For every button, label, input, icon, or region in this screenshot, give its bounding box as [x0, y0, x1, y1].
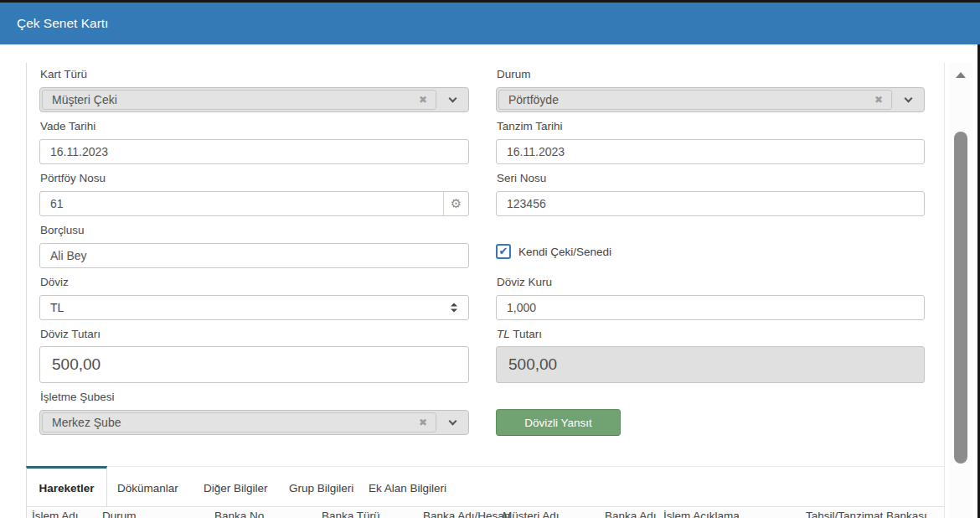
grid-col-durum[interactable]: Durum	[102, 510, 137, 518]
doviz-select[interactable]: TL	[39, 295, 469, 320]
chevron-down-icon[interactable]	[449, 417, 457, 426]
checkbox-box[interactable]: ✔	[496, 244, 511, 259]
kart-turu-label: Kart Türü	[40, 68, 87, 80]
doviz-label: Döviz	[40, 276, 69, 288]
borclusu-input[interactable]	[39, 243, 469, 268]
app-header-bar: Çek Senet Kartı	[0, 3, 980, 44]
tab-hareketler[interactable]: Hareketler	[26, 466, 107, 507]
vade-tarihi-label: Vade Tarihi	[40, 120, 95, 132]
spinner-down-arrow	[451, 309, 457, 313]
isletme-subesi-label: İşletme Şubesi	[40, 391, 115, 403]
kart-turu-combobox-inner: Müşteri Çeki ✖	[42, 90, 436, 110]
cek-senet-karti-window: Çek Senet Kartı Kart Türü Müşteri Çeki ✖…	[0, 0, 980, 518]
grid-col-islem-adi[interactable]: İşlem Adı	[32, 510, 79, 518]
tanzim-tarihi-label: Tanzim Tarihi	[497, 120, 563, 132]
durum-value: Pörtföyde	[499, 93, 891, 106]
grid-col-islem-aciklama[interactable]: İşlem Açıklama	[663, 510, 740, 518]
doviz-value: TL	[50, 301, 64, 314]
doviz-tutari-label: Döviz Tutarı	[40, 328, 101, 340]
doviz-kuru-input[interactable]	[496, 295, 925, 320]
tl-tutari-label: TL Tutarı	[497, 328, 542, 340]
checkmark-icon: ✔	[499, 246, 508, 256]
grid-col-banka-no[interactable]: Banka No	[214, 510, 264, 518]
grid-col-banka-turu[interactable]: Banka Türü	[322, 510, 380, 518]
durum-combobox-inner: Pörtföyde ✖	[498, 90, 892, 110]
select-spinner-icon	[451, 303, 457, 313]
dovizli-yansit-button[interactable]: Dövizli Yansıt	[496, 409, 621, 436]
seri-nosu-input[interactable]	[496, 191, 925, 216]
tl-tutari-input	[496, 346, 925, 383]
tabstrip-bottom-border	[27, 506, 944, 507]
scrollbar-up-arrow-icon[interactable]	[956, 72, 966, 78]
kart-turu-value: Müşteri Çeki	[43, 93, 436, 106]
clear-icon[interactable]: ✖	[419, 95, 427, 105]
gear-icon[interactable]: ⚙	[443, 192, 468, 215]
tab-diger-bilgiler[interactable]: Diğer Bilgiler	[204, 482, 268, 495]
tab-dokumanlar[interactable]: Dökümanlar	[117, 482, 178, 495]
clear-icon[interactable]: ✖	[419, 417, 427, 427]
isletme-subesi-combobox-inner: Merkez Şube ✖	[42, 412, 436, 433]
isletme-subesi-value: Merkez Şube	[43, 416, 436, 429]
panel-right-border	[944, 63, 945, 518]
grid-col-banka-adi[interactable]: Banka Adı	[605, 510, 657, 518]
isletme-subesi-combobox[interactable]: Merkez Şube ✖	[39, 410, 469, 435]
borclusu-label: Borçlusu	[40, 224, 85, 236]
kart-turu-combobox[interactable]: Müşteri Çeki ✖	[39, 87, 469, 112]
chevron-down-icon[interactable]	[905, 95, 913, 103]
tab-grup-bilgileri[interactable]: Grup Bilgileri	[289, 482, 353, 495]
grid-col-banka-adi-hesap[interactable]: Banka Adı/Hesap	[423, 510, 510, 518]
grid-col-tahsil-tanzimat-bankasi[interactable]: Tahsil/Tanzimat Bankası	[806, 510, 927, 518]
grid-col-musteri-adi[interactable]: Müşteri Adı	[503, 510, 560, 518]
portfoy-nosu-field: ⚙	[39, 191, 469, 216]
tabstrip-top-border	[27, 466, 944, 467]
tab-hareketler-label: Hareketler	[39, 482, 94, 495]
tl-currency-text: TL	[497, 328, 510, 340]
panel-left-border	[26, 63, 27, 518]
chevron-down-icon[interactable]	[449, 95, 457, 103]
seri-nosu-label: Seri Nosu	[497, 172, 546, 184]
tanzim-tarihi-input[interactable]	[496, 139, 925, 164]
tab-ek-alan-bilgileri[interactable]: Ek Alan Bilgileri	[369, 482, 446, 495]
durum-combobox[interactable]: Pörtföyde ✖	[496, 87, 925, 112]
vade-tarihi-input[interactable]	[39, 139, 469, 164]
page-title: Çek Senet Kartı	[17, 16, 108, 31]
doviz-tutari-input[interactable]	[39, 346, 469, 383]
clear-icon[interactable]: ✖	[874, 95, 883, 105]
vertical-scrollbar-thumb[interactable]	[954, 132, 967, 464]
kendi-ceki-checkbox[interactable]: ✔ Kendi Çeki/Senedi	[496, 244, 611, 259]
portfoy-nosu-label: Pörtföy Nosu	[40, 172, 106, 184]
portfoy-nosu-input[interactable]	[40, 192, 443, 215]
durum-label: Durum	[497, 68, 531, 80]
kendi-ceki-label: Kendi Çeki/Senedi	[518, 246, 611, 258]
tl-tutari-label-rest: Tutarı	[510, 328, 542, 340]
spinner-up-arrow	[451, 303, 457, 307]
doviz-kuru-label: Döviz Kuru	[497, 276, 552, 288]
